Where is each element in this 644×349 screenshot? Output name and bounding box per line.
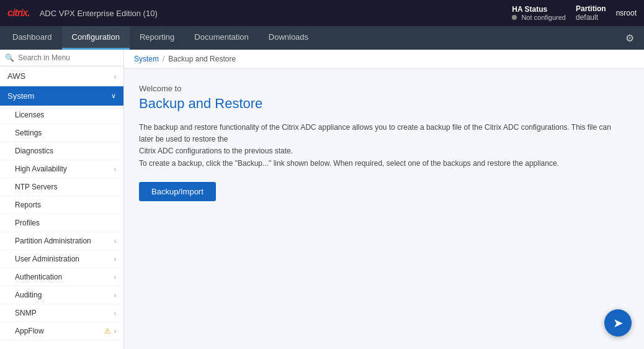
chevron-right-icon: › — [114, 291, 116, 299]
chevron-right-icon: › — [114, 73, 116, 80]
header-right: HA Status Not configured Partition defau… — [512, 4, 637, 22]
logo-area: citrix. ADC VPX Enterprise Edition (10) — [7, 7, 158, 19]
search-input[interactable] — [18, 53, 119, 62]
description-line3: To create a backup, click the "Backup...… — [139, 158, 623, 170]
ha-status-label: HA Status — [512, 5, 566, 14]
app-title: ADC VPX Enterprise Edition (10) — [40, 9, 158, 18]
backup-import-button[interactable]: Backup/Import — [139, 182, 216, 201]
sidebar-item-aws[interactable]: AWS › — [0, 66, 123, 86]
fab-icon: ➤ — [613, 315, 624, 330]
chevron-right-icon: › — [114, 255, 116, 263]
warning-icon: ⚠ — [104, 327, 111, 335]
ha-status: HA Status Not configured — [512, 5, 566, 21]
chevron-right-icon: › — [114, 309, 116, 317]
content-body: Welcome to Backup and Restore The backup… — [124, 69, 644, 216]
sidebar-item-partition-admin[interactable]: Partition Administration › — [0, 232, 123, 250]
citrix-logo: citrix. — [7, 7, 30, 19]
chevron-right-icon: › — [114, 165, 116, 173]
sidebar-item-high-availability[interactable]: High Availability › — [0, 160, 123, 178]
sidebar-item-profiles[interactable]: Profiles — [0, 214, 123, 232]
fab-button[interactable]: ➤ — [604, 309, 632, 337]
chevron-right-icon: › — [114, 273, 116, 281]
content-area: System / Backup and Restore Welcome to B… — [124, 50, 644, 349]
sidebar-item-appflow[interactable]: AppFlow ⚠ › — [0, 322, 123, 340]
top-header: citrix. ADC VPX Enterprise Edition (10) … — [0, 0, 644, 26]
partition-button[interactable]: Partition default — [576, 4, 606, 22]
search-icon: 🔍 — [5, 53, 14, 62]
chevron-right-icon: › — [114, 327, 116, 335]
description-line2: Citrix ADC configurations to the previou… — [139, 145, 623, 157]
welcome-prefix: Welcome to — [139, 84, 629, 93]
chevron-right-icon: › — [114, 237, 116, 245]
ha-status-value: Not configured — [512, 14, 566, 21]
sidebar-item-auditing[interactable]: Auditing › — [0, 286, 123, 304]
sidebar-item-settings[interactable]: Settings — [0, 124, 123, 142]
nav-downloads[interactable]: Downloads — [259, 26, 318, 50]
page-title: Backup and Restore — [139, 96, 629, 112]
sidebar-item-diagnostics[interactable]: Diagnostics — [0, 142, 123, 160]
sidebar-item-ntp-servers[interactable]: NTP Servers — [0, 178, 123, 196]
breadcrumb-system-link[interactable]: System — [134, 55, 159, 63]
sidebar-item-system[interactable]: System ∨ — [0, 86, 123, 106]
search-box[interactable]: 🔍 — [0, 50, 123, 66]
sidebar-item-snmp[interactable]: SNMP › — [0, 304, 123, 322]
user-menu-button[interactable]: nsroot — [616, 9, 637, 17]
breadcrumb: System / Backup and Restore — [124, 50, 644, 69]
nav-configuration[interactable]: Configuration — [62, 26, 130, 50]
sidebar-item-reports[interactable]: Reports — [0, 196, 123, 214]
description-line1: The backup and restore functionality of … — [139, 122, 623, 145]
breadcrumb-separator: / — [163, 55, 164, 63]
chevron-down-icon: ∨ — [111, 92, 116, 100]
nav-bar: Dashboard Configuration Reporting Docume… — [0, 26, 644, 50]
breadcrumb-current: Backup and Restore — [168, 55, 236, 63]
sidebar-item-user-admin[interactable]: User Administration › — [0, 250, 123, 268]
sidebar-item-licenses[interactable]: Licenses — [0, 106, 123, 124]
nav-reporting[interactable]: Reporting — [130, 26, 184, 50]
nav-documentation[interactable]: Documentation — [184, 26, 258, 50]
nav-dashboard[interactable]: Dashboard — [2, 26, 62, 50]
sidebar: 🔍 AWS › System ∨ Licenses Settings Diagn… — [0, 50, 124, 349]
settings-icon[interactable]: ⚙ — [618, 32, 642, 44]
ha-dot — [512, 15, 517, 20]
description-text: The backup and restore functionality of … — [139, 122, 623, 170]
sidebar-item-authentication[interactable]: Authentication › — [0, 268, 123, 286]
main-layout: 🔍 AWS › System ∨ Licenses Settings Diagn… — [0, 50, 644, 349]
